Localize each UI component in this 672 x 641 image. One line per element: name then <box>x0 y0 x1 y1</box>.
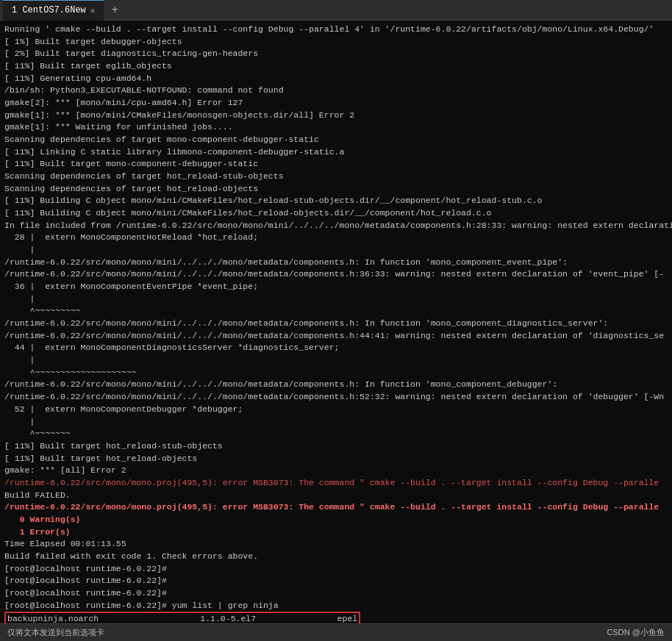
terminal-line: [ 11%] Built target mono-component-debug… <box>4 158 668 171</box>
terminal-line: /runtime-6.0.22/src/mono/mono/mini/../..… <box>4 391 668 404</box>
terminal-line: ^~~~~~~~~~~~~~~~~~~~~ <box>4 367 668 379</box>
terminal-line: ^~~~~~~~~~ <box>4 305 668 318</box>
terminal-line: 52 | extern MonoComponentDebugger *debug… <box>4 404 668 416</box>
terminal-line: Running ' cmake --build . --target insta… <box>4 24 668 36</box>
terminal-line: ^~~~~~~~ <box>4 428 668 440</box>
terminal-line: gmake[1]: *** Waiting for unfinished job… <box>4 121 668 134</box>
terminal-line: Scanning dependencies of target hot_relo… <box>4 171 668 183</box>
terminal-line: [ 1%] Built target debugger-objects <box>4 36 668 49</box>
status-bar: 仅将文本发送到当前选项卡 CSDN @小鱼鱼 <box>0 623 672 641</box>
terminal-line: | <box>4 244 668 257</box>
new-tab-button[interactable]: + <box>107 4 123 17</box>
terminal-line: 44 | extern MonoComponentDiagnosticsServ… <box>4 342 668 354</box>
terminal-line: gmake[1]: *** [mono/mini/CMakeFiles/mono… <box>4 110 668 122</box>
terminal-line: [ 11%] Building C object mono/mini/CMake… <box>4 207 668 220</box>
terminal-line: [ 11%] Generating cpu-amd64.h <box>4 73 668 85</box>
terminal-line: [ 11%] Built target hot_reload-stub-obje… <box>4 440 668 453</box>
terminal-line: [root@localhost runtime-6.0.22]# yum lis… <box>4 600 668 612</box>
terminal-line: 1 Error(s) <box>4 526 668 539</box>
terminal-line: Time Elapsed 00:01:13.55 <box>4 538 668 551</box>
title-bar: 1 CentOS7.6New ✕ + <box>0 0 672 21</box>
terminal-line: 36 | extern MonoComponentEventPipe *even… <box>4 281 668 293</box>
terminal-line: | <box>4 354 668 367</box>
terminal-line: [root@localhost runtime-6.0.22]# <box>4 575 668 587</box>
terminal-line: /runtime-6.0.22/src/mono/mono/mini/../..… <box>4 379 668 391</box>
terminal-line: /runtime-6.0.22/src/mono/mono/mini/../..… <box>4 257 668 269</box>
terminal-line: gmake[2]: *** [mono/mini/cpu-amd64.h] Er… <box>4 97 668 110</box>
terminal-line: /runtime-6.0.22/src/mono/mono.proj(495,5… <box>4 477 668 490</box>
terminal-line: | <box>4 293 668 306</box>
terminal-output[interactable]: Running ' cmake --build . --target insta… <box>0 21 672 623</box>
terminal-line: /runtime-6.0.22/src/mono/mono/mini/../..… <box>4 330 668 343</box>
terminal-line: [ 11%] Building C object mono/mini/CMake… <box>4 195 668 207</box>
terminal-line: Build FAILED. <box>4 490 668 502</box>
tab-close-button[interactable]: ✕ <box>90 6 96 15</box>
terminal-line: [ 11%] Built target eglib_objects <box>4 60 668 73</box>
terminal-line: 28 | extern MonoComponentHotReload *hot_… <box>4 232 668 244</box>
terminal-line: /bin/sh: Python3_EXECUTABLE-NOTFOUND: co… <box>4 85 668 97</box>
terminal-line: Scanning dependencies of target hot_relo… <box>4 183 668 196</box>
terminal-line: In file included from /runtime-6.0.22/sr… <box>4 220 668 232</box>
terminal-line: [root@localhost runtime-6.0.22]# <box>4 563 668 576</box>
status-left-text: 仅将文本发送到当前选项卡 <box>7 627 104 638</box>
red-box-section: backupninja.noarch 1.1.0-5.el7 epelninja… <box>4 612 360 623</box>
terminal-line: backupninja.noarch 1.1.0-5.el7 epel <box>7 613 357 623</box>
status-right-text: CSDN @小鱼鱼 <box>607 627 665 638</box>
terminal-line: /runtime-6.0.22/src/mono/mono/mini/../..… <box>4 318 668 330</box>
terminal-line: 0 Warning(s) <box>4 514 668 526</box>
terminal-line: /runtime-6.0.22/src/mono/mono.proj(495,5… <box>4 501 668 514</box>
active-tab[interactable]: 1 CentOS7.6New ✕ <box>3 0 104 21</box>
terminal-line: Scanning dependencies of target mono-com… <box>4 134 668 146</box>
terminal-line: gmake: *** [all] Error 2 <box>4 465 668 477</box>
terminal-line: | <box>4 416 668 429</box>
tab-label: 1 CentOS7.6New <box>12 5 86 15</box>
terminal-line: [ 11%] Linking C static library libmono-… <box>4 146 668 159</box>
terminal-line: [root@localhost runtime-6.0.22]# <box>4 587 668 600</box>
terminal-line: Build failed with exit code 1. Check err… <box>4 551 668 563</box>
terminal-line: /runtime-6.0.22/src/mono/mono/mini/../..… <box>4 268 668 281</box>
terminal-line: [ 11%] Built target hot_reload-objects <box>4 453 668 465</box>
terminal-line: [ 2%] Built target diagnostics_tracing-g… <box>4 48 668 60</box>
